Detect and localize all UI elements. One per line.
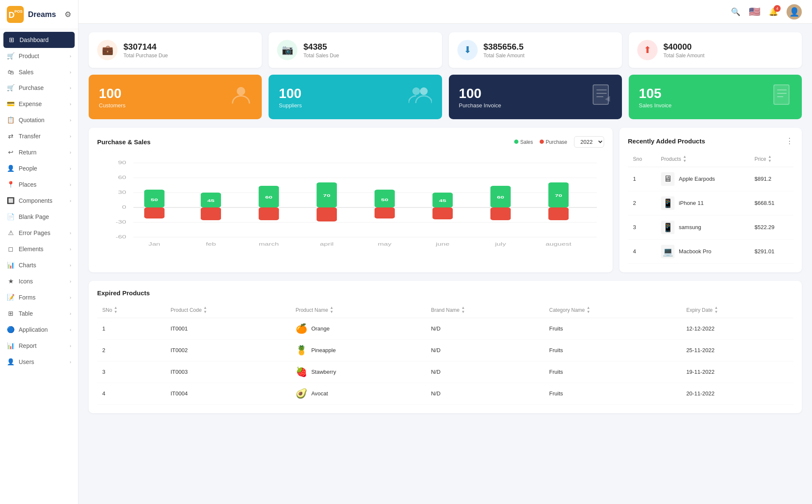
exp-row-expiry: 20-11-2022 — [681, 383, 793, 404]
chevron-right-icon: › — [70, 263, 71, 268]
sidebar-item-expense[interactable]: 💳 Expense › — [0, 96, 78, 112]
purchase-due-text: $307144 Total Purchase Due — [123, 42, 168, 59]
recently-added-title: Recently Added Products — [628, 137, 705, 145]
more-options-icon[interactable]: ⋮ — [786, 136, 793, 146]
table-row: 4 💻 Macbook Pro $291.01 — [628, 239, 793, 263]
table-row: 1 🖥 Apple Earpods $891.2 — [628, 167, 793, 191]
notification-icon[interactable]: 🔔 4 — [769, 7, 778, 17]
sidebar-item-purchase[interactable]: 🛒 Purchase › — [0, 80, 78, 96]
report-icon: 📊 — [7, 342, 14, 350]
exp-row-expiry: 12-12-2022 — [681, 318, 793, 339]
purchase-invoice-icon — [591, 84, 612, 110]
exp-row-sno: 4 — [97, 383, 165, 404]
customers-icon — [230, 84, 252, 109]
sidebar-item-sales[interactable]: 🛍 Sales › — [0, 64, 78, 80]
sidebar-item-places[interactable]: 📍 Places › — [0, 176, 78, 193]
customers-card[interactable]: 100 Customers — [89, 75, 262, 119]
purchase-invoice-card[interactable]: 100 Purchase Invoice — [449, 75, 622, 119]
sidebar-item-people[interactable]: 👤 People › — [0, 160, 78, 176]
customers-number: 100 — [99, 86, 126, 101]
upload-icon: ⬆ — [644, 45, 651, 56]
quotation-icon: 📋 — [7, 116, 14, 124]
product-name: iPhone 11 — [679, 200, 704, 206]
sidebar-item-application[interactable]: 🔵 Application › — [0, 322, 78, 338]
charts-section: Purchase & Sales Sales Purchase 2022 — [89, 128, 802, 272]
chevron-right-icon: › — [70, 327, 71, 332]
flag-icon[interactable]: 🇺🇸 — [749, 6, 760, 17]
sidebar-item-error-pages[interactable]: ⚠ Error Pages › — [0, 225, 78, 241]
search-icon[interactable]: 🔍 — [731, 7, 740, 17]
svg-text:30: 30 — [118, 190, 126, 195]
svg-rect-47 — [490, 207, 511, 220]
table-icon: ⊞ — [7, 310, 14, 317]
exp-row-category: Fruits — [544, 361, 681, 383]
row-price: $668.51 — [750, 191, 793, 215]
icons-icon: ★ — [7, 277, 14, 285]
camera-icon: 📷 — [282, 45, 293, 56]
dashboard-content: 💼 $307144 Total Purchase Due 📷 $4385 Tot… — [78, 24, 812, 422]
sidebar-item-report[interactable]: 📊 Report › — [0, 338, 78, 354]
sale-amount-icon-wrap: ⬇ — [457, 40, 478, 60]
sidebar-item-components[interactable]: 🔲 Components › — [0, 193, 78, 209]
chevron-right-icon: › — [70, 85, 71, 90]
sidebar-item-charts[interactable]: 📊 Charts › — [0, 257, 78, 273]
product-icon: 🍍 — [296, 345, 307, 356]
exp-row-brand: N/D — [426, 318, 544, 339]
sidebar-item-icons[interactable]: ★ Icons › — [0, 273, 78, 289]
chevron-right-icon: › — [70, 166, 71, 171]
sidebar-item-table[interactable]: ⊞ Table › — [0, 305, 78, 322]
svg-point-6 — [420, 87, 428, 95]
sales-due-label: Total Sales Due — [303, 53, 339, 59]
suppliers-text: 100 Suppliers — [279, 86, 302, 109]
suppliers-card[interactable]: 100 Suppliers — [269, 75, 442, 119]
sidebar-item-quotation[interactable]: 📋 Quotation › — [0, 112, 78, 128]
avatar[interactable]: 👤 — [787, 4, 802, 20]
sidebar-item-transfer[interactable]: ⇄ Transfer › — [0, 128, 78, 144]
products-card-header: Recently Added Products ⋮ — [628, 136, 793, 146]
exp-row-expiry: 25-11-2022 — [681, 339, 793, 361]
settings-icon[interactable]: ⚙ — [64, 10, 71, 19]
product-name: Stawberry — [311, 369, 336, 375]
sidebar-item-forms[interactable]: 📝 Forms › — [0, 289, 78, 305]
exp-row-name: 🍓 Stawberry — [291, 361, 426, 383]
row-price: $891.2 — [750, 167, 793, 191]
svg-text:-60: -60 — [116, 235, 126, 239]
sidebar-item-product[interactable]: 🛒 Product › — [0, 48, 78, 64]
sidebar-item-users[interactable]: 👤 Users › — [0, 354, 78, 370]
chevron-right-icon: › — [70, 118, 71, 123]
sale-amount2-text: $40000 Total Sale Amount — [664, 42, 705, 59]
sidebar-item-label: Icons — [19, 278, 65, 285]
sidebar-item-dashboard[interactable]: ⊞ Dashboard — [3, 32, 75, 48]
stat-card-purchase-due: 💼 $307144 Total Purchase Due — [89, 32, 262, 68]
product-name: samsung — [679, 224, 701, 230]
elements-icon: ◻ — [7, 245, 14, 253]
topbar: 🔍 🇺🇸 🔔 4 👤 — [78, 0, 812, 24]
svg-text:60: 60 — [497, 195, 504, 199]
chevron-right-icon: › — [70, 53, 71, 59]
suppliers-icon — [409, 84, 432, 109]
svg-text:45: 45 — [207, 199, 214, 203]
bar-chart-svg: 90 60 30 0 -30 -60 50 45 — [97, 154, 604, 256]
product-name: Apple Earpods — [679, 176, 715, 182]
dreams-logo: D POS — [7, 6, 24, 23]
exp-col-sno: SNo▲▼ — [97, 302, 165, 318]
sidebar-item-return[interactable]: ↩ Return › — [0, 144, 78, 160]
table-row: 3 📱 samsung $522.29 — [628, 215, 793, 239]
exp-row-expiry: 19-11-2022 — [681, 361, 793, 383]
svg-text:60: 60 — [118, 175, 126, 180]
sales-invoice-card[interactable]: 105 Sales Invoice — [629, 75, 802, 119]
sidebar-item-blank-page[interactable]: 📄 Blank Page — [0, 209, 78, 225]
sales-due-icon-wrap: 📷 — [277, 40, 297, 60]
chevron-right-icon: › — [70, 198, 71, 203]
sidebar-item-elements[interactable]: ◻ Elements › — [0, 241, 78, 257]
recently-added-products: Recently Added Products ⋮ Sno Products▲▼… — [619, 128, 802, 272]
exp-col-code: Product Code▲▼ — [165, 302, 291, 318]
svg-text:POS: POS — [14, 9, 22, 14]
product-thumb: 💻 — [661, 245, 675, 258]
year-select[interactable]: 2022 — [574, 136, 604, 148]
purchase-sales-chart: Purchase & Sales Sales Purchase 2022 — [89, 128, 613, 272]
purchase-due-amount: $307144 — [123, 42, 168, 52]
svg-rect-11 — [774, 85, 789, 104]
chart-header: Purchase & Sales Sales Purchase 2022 — [97, 136, 604, 148]
chevron-right-icon: › — [70, 182, 71, 187]
